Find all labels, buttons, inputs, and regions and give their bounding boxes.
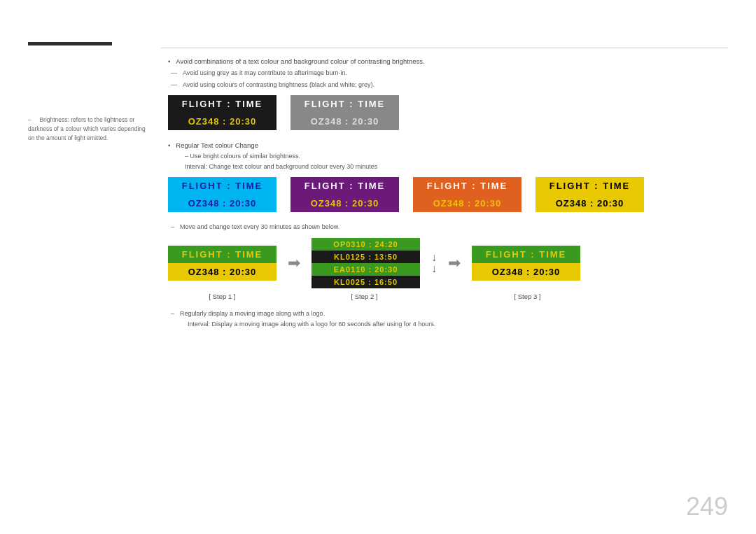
page-number: 249 — [686, 492, 728, 521]
down-arrows: ↓ ↓ — [431, 252, 437, 274]
dash-item-2: — Avoid using colours of contrasting bri… — [168, 80, 728, 90]
board-yellow-body: OZ348 : 20:30 — [536, 195, 644, 212]
step3-body: OZ348 : 20:30 — [472, 263, 580, 281]
step2-row3: EA0110 : 20:30 — [312, 263, 420, 276]
bullet-dot-1: • — [168, 56, 170, 66]
step1-header: FLIGHT : TIME — [168, 246, 276, 263]
sidebar-note: – Brightness: refers to the lightness or… — [28, 115, 147, 142]
page-container: – Brightness: refers to the lightness or… — [0, 0, 756, 534]
bullet-item-2: • Regular Text colour Change — [168, 140, 728, 150]
board-grey-body: OZ348 : 20:30 — [290, 113, 399, 130]
board-dark-header: FLIGHT : TIME — [168, 95, 276, 113]
board-dark: FLIGHT : TIME OZ348 : 20:30 — [168, 95, 276, 130]
step2-row2: KL0125 : 13:50 — [312, 251, 420, 263]
step2-row4: KL0025 : 16:50 — [312, 276, 420, 288]
dash-sym-4: – — [171, 309, 174, 318]
step-row: FLIGHT : TIME OZ348 : 20:30 ➡ OP0310 : 2… — [168, 238, 728, 288]
step2-label: [ Step 2 ] — [310, 293, 419, 300]
sub-bullet-2: Interval: Change text colour and backgro… — [168, 162, 728, 172]
sidebar-bar — [28, 42, 112, 45]
dash-item-1: — Avoid using grey as it may contribute … — [168, 68, 728, 78]
board-orange-header: FLIGHT : TIME — [413, 177, 522, 195]
board-yellow-header: FLIGHT : TIME — [536, 177, 644, 195]
color-boards-row: FLIGHT : TIME OZ348 : 20:30 FLIGHT : TIM… — [168, 177, 728, 212]
board-cyan: FLIGHT : TIME OZ348 : 20:30 — [168, 177, 276, 212]
sidebar-dash: – — [28, 115, 35, 125]
step1-board: FLIGHT : TIME OZ348 : 20:30 — [168, 246, 276, 281]
bullet-section-2: • Regular Text colour Change – Use brigh… — [168, 140, 728, 171]
sidebar: – Brightness: refers to the lightness or… — [28, 42, 147, 142]
step2-row1: OP0310 : 24:20 — [312, 238, 420, 251]
dash-sym-3: – — [171, 222, 174, 232]
arrow-1: ➡ — [288, 254, 300, 272]
bottom-dash-1: – Regularly display a moving image along… — [168, 309, 728, 318]
board-dark-body: OZ348 : 20:30 — [168, 113, 276, 130]
step-labels: [ Step 1 ] [ Step 2 ] [ Step 3 ] — [168, 293, 728, 300]
main-content: • Avoid combinations of a text colour an… — [168, 56, 728, 336]
board-cyan-header: FLIGHT : TIME — [168, 177, 276, 195]
bullet-section-1: • Avoid combinations of a text colour an… — [168, 56, 728, 90]
board-orange-body: OZ348 : 20:30 — [413, 195, 522, 212]
arrow-2: ➡ — [448, 254, 461, 272]
board-purple-header: FLIGHT : TIME — [290, 177, 399, 195]
board-cyan-body: OZ348 : 20:30 — [168, 195, 276, 212]
bottom-notes: – Regularly display a moving image along… — [168, 309, 728, 330]
sub-bullet-1: – Use bright colours of similar brightne… — [168, 152, 728, 162]
steps-section: FLIGHT : TIME OZ348 : 20:30 ➡ OP0310 : 2… — [168, 238, 728, 300]
main-boards-row: FLIGHT : TIME OZ348 : 20:30 FLIGHT : TIM… — [168, 95, 728, 130]
step1-body: OZ348 : 20:30 — [168, 263, 276, 281]
bullet-dot-2: • — [168, 140, 170, 150]
board-purple: FLIGHT : TIME OZ348 : 20:30 — [290, 177, 399, 212]
step3-board: FLIGHT : TIME OZ348 : 20:30 — [472, 246, 580, 281]
step1-label: [ Step 1 ] — [168, 293, 276, 300]
step3-label: [ Step 3 ] — [473, 293, 582, 300]
move-text-note: – Move and change text every 30 minutes … — [168, 222, 728, 232]
board-purple-body: OZ348 : 20:30 — [290, 195, 399, 212]
bottom-sub: Interval: Display a moving image along w… — [168, 320, 728, 330]
board-orange: FLIGHT : TIME OZ348 : 20:30 — [413, 177, 522, 212]
board-yellow: FLIGHT : TIME OZ348 : 20:30 — [536, 177, 644, 212]
dash-sym-1: — — [171, 68, 177, 78]
top-divider — [161, 48, 728, 48]
step3-header: FLIGHT : TIME — [472, 246, 580, 263]
step2-board: OP0310 : 24:20 KL0125 : 13:50 EA0110 : 2… — [312, 238, 420, 288]
board-grey-header: FLIGHT : TIME — [290, 95, 399, 113]
dash-sym-2: — — [171, 80, 177, 90]
bullet-item-1: • Avoid combinations of a text colour an… — [168, 56, 728, 66]
board-grey: FLIGHT : TIME OZ348 : 20:30 — [290, 95, 399, 130]
